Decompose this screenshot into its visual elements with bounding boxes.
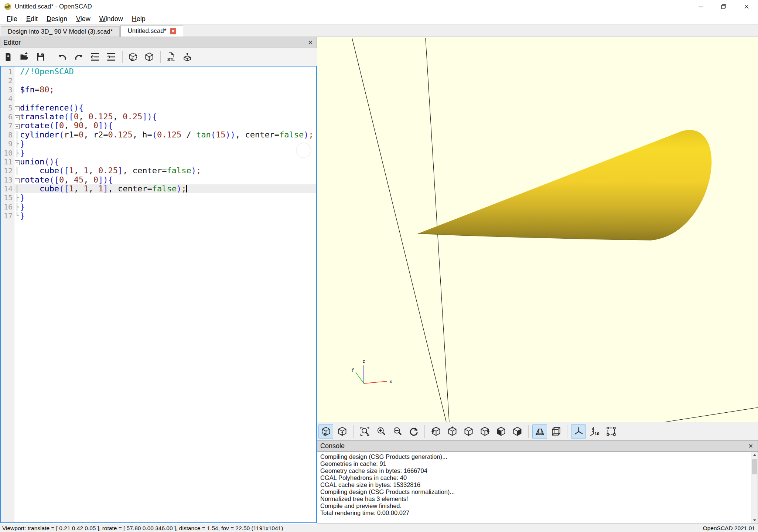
code-line-6[interactable]: 6-translate([0, 0.125, 0.25]){ [1,112,316,121]
scroll-down-icon[interactable] [751,517,758,524]
unindent-icon [90,52,100,62]
unindent-button[interactable] [88,50,102,64]
toolbar-separator [160,51,161,63]
fold-marker-icon[interactable]: - [14,175,20,184]
code-line-14[interactable]: 14│ cube([1, 1, 1], center=false); [1,184,316,193]
menu-item-design[interactable]: Design [42,14,72,24]
zoom-in-button[interactable] [373,424,388,439]
tab-close-icon[interactable]: ✕ [170,28,176,34]
scrollbar-thumb[interactable] [752,459,757,474]
window-title: Untitled.scad* - OpenSCAD [15,3,92,10]
fold-guide: ├ [14,193,20,202]
indent-icon [106,52,116,62]
show-edges-button[interactable] [604,424,618,439]
menu-item-edit[interactable]: Edit [22,14,42,24]
3d-viewport[interactable]: z y x [317,37,758,422]
code-line-13[interactable]: 13-rotate([0, 45, 0]){ [1,175,316,184]
console-panel-header: Console ✕ [317,440,758,451]
new-file-button[interactable]: * [1,50,15,64]
fold-marker-icon[interactable]: - [14,112,20,121]
cone-object[interactable] [418,130,711,240]
line-number: 17 [1,211,14,220]
preview-icon: » [321,426,331,437]
fold-guide: ├ [14,202,20,211]
open-button[interactable] [18,50,31,64]
line-number: 9 [1,139,14,148]
code-line-3[interactable]: 3$fn=80; [1,85,316,94]
code-line-9[interactable]: 9├} [1,139,316,148]
viewport-toolbar: »10 [317,422,758,440]
zoom-all-button[interactable] [357,424,372,439]
view-left-button[interactable] [428,424,443,439]
zoom-all-icon [359,426,370,437]
view-back-button[interactable] [510,424,525,439]
view-top-button[interactable] [445,424,460,439]
tab-design-into-3d-90-v-model-3-scad-[interactable]: Design into 3D_ 90 V Model (3).scad* [1,26,120,37]
reset-view-icon [408,426,419,437]
code-line-1[interactable]: 1//!OpenSCAD [1,67,316,76]
indent-button[interactable] [105,50,118,64]
code-line-17[interactable]: 17└} [1,211,316,220]
code-line-15[interactable]: 15├} [1,193,316,202]
zoom-in-icon [376,426,386,437]
close-window-button[interactable] [735,0,758,13]
export-stl-button[interactable]: STL [164,50,178,64]
code-line-4[interactable]: 4 [1,94,316,103]
render-button[interactable] [335,424,349,439]
code-line-7[interactable]: 7-rotate([0, 90, 0]){ [1,121,316,130]
code-line-11[interactable]: 11-union(){ [1,157,316,166]
render-button[interactable] [143,50,156,64]
redo-button[interactable] [72,50,85,64]
code-text: } [20,193,316,202]
save-button[interactable] [34,50,47,64]
view-front-button[interactable] [494,424,508,439]
view-bottom-button[interactable] [461,424,476,439]
code-line-16[interactable]: 16├} [1,202,316,211]
console-scrollbar[interactable] [751,452,758,524]
menu-item-window[interactable]: Window [95,14,127,24]
scroll-up-icon[interactable] [751,452,758,458]
show-scale-markers-button[interactable]: 10 [587,424,602,439]
open-icon [19,52,30,62]
maximize-button[interactable] [712,0,735,13]
code-line-10[interactable]: 10├} [1,149,316,157]
show-axes-button[interactable] [571,424,586,439]
menu-item-help[interactable]: Help [127,14,150,24]
undo-button[interactable] [56,50,69,64]
view-right-button[interactable] [477,424,492,439]
code-line-2[interactable]: 2 [1,76,316,85]
print-3d-button[interactable] [181,50,194,64]
code-line-12[interactable]: 12│ cube([1, 1, 0.25], center=false); [1,166,316,175]
menu-item-file[interactable]: File [2,14,22,24]
axis-indicator: z y x [352,359,392,384]
fold-marker-icon[interactable]: - [14,121,20,130]
fold-guide [14,67,20,76]
preview-button[interactable]: » [318,424,333,439]
minimize-button[interactable] [689,0,712,13]
console-output[interactable]: Compiling design (CSG Products generatio… [317,451,758,524]
perspective-button[interactable] [532,424,547,439]
orthographic-button[interactable] [549,424,563,439]
code-line-8[interactable]: 8│cylinder(r1=0, r2=0.125, h=(0.125 / ta… [1,130,316,139]
console-close-icon[interactable]: ✕ [748,443,753,450]
tab-untitled-scad-[interactable]: Untitled.scad*✕ [120,25,183,37]
preview-button[interactable]: » [126,50,140,64]
line-number: 3 [1,85,14,94]
console-line: Normalized tree has 3 elements! [320,495,758,502]
fold-marker-icon[interactable]: - [14,157,20,166]
code-editor[interactable]: 1//!OpenSCAD23$fn=80;45-difference(){6-t… [0,66,317,523]
fold-marker-icon[interactable]: - [14,103,20,112]
text-cursor [186,185,187,192]
render-icon [144,52,154,62]
3d-scene: z y x [317,37,758,422]
zoom-out-button[interactable] [390,424,404,439]
menu-item-view[interactable]: View [72,14,95,24]
version-text: OpenSCAD 2021.01 [703,525,758,532]
code-text: cube([1, 1, 1], center=false); [20,184,316,193]
fold-guide [14,85,20,94]
reset-view-button[interactable] [406,424,421,439]
ghost-circle [296,143,311,158]
line-number: 8 [1,130,14,139]
editor-close-icon[interactable]: ✕ [308,39,313,46]
code-line-5[interactable]: 5-difference(){ [1,103,316,112]
